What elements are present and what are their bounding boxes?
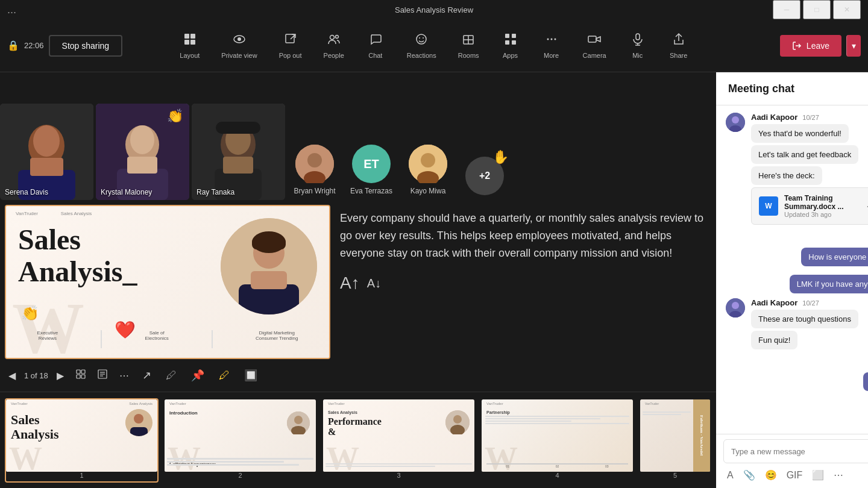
svg-point-44 bbox=[421, 153, 435, 167]
participant-video-ray[interactable]: Ray Tanaka bbox=[192, 104, 285, 200]
slide-container: VanTruder Sales Analysis Sales Analysis_… bbox=[5, 205, 330, 387]
chat-attach-button[interactable]: 📎 bbox=[740, 467, 759, 483]
participant-avatar-kayo[interactable]: Kayo Miwa bbox=[401, 122, 455, 200]
toolbar-reactions[interactable]: Reactions bbox=[397, 28, 446, 64]
participant-more[interactable]: +2 ✋ bbox=[458, 122, 512, 200]
thumb-3-perf: Performance& bbox=[328, 416, 382, 437]
svg-rect-2 bbox=[184, 40, 189, 45]
window-controls: ─ □ ✕ bbox=[773, 0, 861, 19]
avatar-circle-eva: ET bbox=[352, 145, 391, 183]
slide-notes-text: Every company should have a quarterly, o… bbox=[340, 210, 711, 261]
slide-marker-tool[interactable]: 📌 bbox=[186, 366, 209, 384]
thumb-4-metrics: 010203 bbox=[484, 465, 631, 468]
toolbar-rooms[interactable]: Rooms bbox=[448, 28, 489, 64]
svg-rect-49 bbox=[251, 271, 287, 289]
minimize-button[interactable]: ─ bbox=[773, 0, 800, 19]
slide-next-button[interactable]: ▶ bbox=[53, 368, 68, 384]
toolbar-mic[interactable]: Mic bbox=[618, 28, 657, 64]
thumbnail-3-inner: VanTruder Sales Analysis Performance& W bbox=[323, 399, 474, 472]
text-size-increase-button[interactable]: A↑ bbox=[340, 274, 360, 293]
slide-area: VanTruder Sales Analysis Sales Analysis_… bbox=[0, 205, 716, 392]
slide-pen-tool[interactable]: 🖊 bbox=[161, 367, 181, 384]
layout-label: Layout bbox=[180, 52, 200, 59]
share-label: Share bbox=[670, 52, 687, 59]
svg-point-9 bbox=[417, 34, 426, 44]
thumbnail-4[interactable]: VanTruder Partnership W 010203 4 bbox=[480, 398, 634, 483]
svg-rect-14 bbox=[512, 34, 516, 38]
avatar-name-kayo: Kayo Miwa bbox=[410, 187, 446, 195]
chat-msg-content-3: Aadi Kapoor 10/27 These are tough questi… bbox=[751, 298, 868, 349]
toolbar-apps[interactable]: Apps bbox=[491, 28, 530, 64]
participant-video-krystal[interactable]: Krystal Maloney 👏 bbox=[96, 104, 189, 200]
rooms-label: Rooms bbox=[458, 52, 479, 59]
chat-message-1: Aadi Kapoor 10/27 Yes that'd be wonderfu… bbox=[726, 113, 868, 225]
chat-sender-name-3: Aadi Kapoor bbox=[751, 298, 797, 307]
slide-notes-button[interactable] bbox=[94, 367, 111, 384]
svg-rect-38 bbox=[223, 157, 253, 174]
chat-input-area: A 📎 😊 GIF ⬜ ⋯ ➤ bbox=[716, 434, 868, 488]
svg-point-19 bbox=[554, 38, 556, 40]
slide-content: VanTruder Sales Analysis Sales Analysis_… bbox=[6, 206, 329, 358]
participant-avatar-bryan[interactable]: Bryan Wright bbox=[288, 122, 342, 200]
maximize-button[interactable]: □ bbox=[803, 0, 831, 19]
avatar-name-eva: Eva Terrazas bbox=[350, 187, 392, 195]
svg-point-61 bbox=[134, 414, 143, 424]
thumbnail-1[interactable]: VanTruder Sales Analysis SalesAnalysis W… bbox=[5, 398, 159, 483]
chat-msg-time-3: 10/27 bbox=[802, 299, 819, 307]
chat-icon bbox=[369, 33, 382, 49]
thumb-1-title: SalesAnalysis bbox=[11, 413, 58, 442]
chat-input[interactable] bbox=[723, 439, 868, 463]
apps-icon bbox=[504, 33, 517, 49]
chat-sticker-button[interactable]: ⬜ bbox=[808, 467, 828, 483]
thumbnail-2[interactable]: VanTruder Introduction W Collective Expe… bbox=[163, 398, 317, 483]
svg-point-5 bbox=[237, 37, 241, 41]
svg-rect-54 bbox=[77, 375, 80, 378]
chat-title: Meeting chat bbox=[728, 83, 794, 95]
toolbar-people[interactable]: People bbox=[314, 28, 354, 64]
thumbnail-3[interactable]: VanTruder Sales Analysis Performance& W … bbox=[322, 398, 476, 483]
chat-toolbar: A 📎 😊 GIF ⬜ ⋯ ➤ bbox=[723, 467, 868, 483]
slide-eraser-tool[interactable]: 🔲 bbox=[239, 366, 262, 384]
chat-bubble-3b: Fun quiz! bbox=[751, 331, 797, 349]
left-panel: Serena Davis Krystal Maloney 👏 Ray Tanak… bbox=[0, 72, 716, 488]
slide-grid-view-button[interactable] bbox=[72, 367, 89, 384]
toolbar-private-view[interactable]: Private view bbox=[212, 28, 266, 64]
toolbar-layout[interactable]: Layout bbox=[170, 28, 209, 64]
private-view-icon bbox=[233, 33, 246, 49]
toolbar-chat[interactable]: Chat bbox=[356, 28, 395, 64]
stop-sharing-button[interactable]: Stop sharing bbox=[49, 35, 123, 57]
chat-more-button[interactable]: ⋯ bbox=[830, 467, 847, 483]
svg-rect-51 bbox=[252, 237, 286, 249]
slide-highlight-tool[interactable]: 🖊 bbox=[214, 367, 234, 384]
toolbar-camera[interactable]: Camera bbox=[573, 28, 616, 64]
window-menu-dots[interactable]: ... bbox=[7, 4, 16, 16]
participant-avatar-eva[interactable]: ET Eva Terrazas bbox=[344, 122, 398, 200]
toolbar-center: Layout Private view Pop out People Chat bbox=[170, 28, 697, 64]
chat-emoji-button[interactable]: 😊 bbox=[761, 467, 781, 483]
leave-button[interactable]: Leave bbox=[780, 35, 841, 57]
chat-file-card-1[interactable]: W Team Training Summary.docx ... Updated… bbox=[751, 187, 868, 225]
chat-bubble-2b: LMK if you have any issues bbox=[790, 275, 868, 293]
slide-prev-button[interactable]: ◀ bbox=[5, 368, 19, 384]
participant-video-serena[interactable]: Serena Davis bbox=[0, 104, 93, 200]
leave-dropdown-button[interactable]: ▾ bbox=[846, 35, 861, 57]
chat-msg-header-3: Aadi Kapoor 10/27 bbox=[751, 298, 868, 307]
slide-more-button[interactable]: ⋯ bbox=[116, 368, 133, 384]
private-view-label: Private view bbox=[221, 52, 257, 59]
thumb-4-label: Partnership bbox=[486, 410, 510, 414]
toolbar-pop-out[interactable]: Pop out bbox=[269, 28, 312, 64]
svg-point-18 bbox=[550, 38, 552, 40]
thumbnails-row: VanTruder Sales Analysis SalesAnalysis W… bbox=[0, 392, 716, 488]
chat-format-button[interactable]: A bbox=[723, 468, 737, 483]
meeting-time: 22:06 bbox=[24, 41, 44, 50]
thumbnail-5[interactable]: Fabrikam - VanArsdel VanTruder 5 bbox=[639, 398, 711, 483]
toolbar-share[interactable]: Share bbox=[659, 28, 698, 64]
svg-point-11 bbox=[423, 37, 424, 39]
chat-gif-button[interactable]: GIF bbox=[783, 468, 807, 483]
participant-name-krystal: Krystal Maloney bbox=[101, 188, 152, 196]
toolbar-more[interactable]: More bbox=[532, 28, 571, 64]
close-button[interactable]: ✕ bbox=[833, 0, 861, 19]
shield-icon: 🔒 bbox=[7, 40, 19, 51]
slide-pointer-tool[interactable]: ↗ bbox=[137, 366, 156, 384]
text-size-decrease-button[interactable]: A↓ bbox=[367, 277, 381, 290]
